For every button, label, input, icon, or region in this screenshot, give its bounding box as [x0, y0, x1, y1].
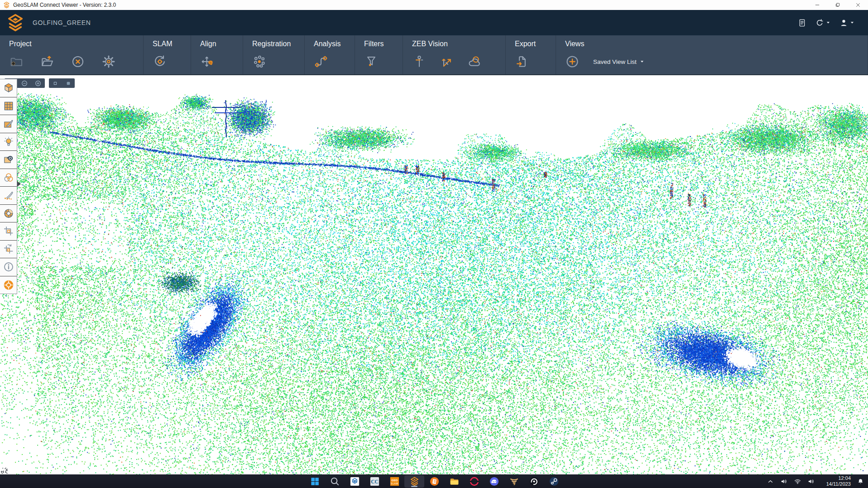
color-blend-icon [3, 172, 14, 184]
ribbon-section-project: Project [0, 35, 144, 74]
point-cloud-view[interactable] [0, 75, 868, 474]
maximize-icon [835, 2, 840, 8]
slam-processing-button[interactable] [153, 54, 167, 69]
tornado-taskbar-button[interactable] [504, 475, 524, 488]
news-icon [429, 476, 440, 487]
colorize-tool-button[interactable] [0, 115, 17, 133]
color-wheel-tool-button[interactable] [0, 205, 17, 223]
tray-chevron-icon[interactable] [767, 478, 774, 485]
search-taskbar-button[interactable] [325, 475, 345, 488]
headset-icon[interactable] [780, 478, 788, 485]
grid-tool-button[interactable] [0, 97, 17, 116]
close-icon [855, 2, 861, 8]
color-blend-tool-button[interactable] [0, 169, 17, 187]
sketchup-taskbar-button[interactable] [345, 475, 364, 488]
ribbon-section-label: Analysis [314, 40, 355, 48]
close-project-button[interactable] [71, 54, 85, 69]
opera-gx-icon [469, 476, 480, 487]
align-button[interactable] [200, 54, 215, 69]
file-explorer-taskbar-button[interactable] [444, 475, 464, 488]
title-bar: GeoSLAM Connect Viewer - Version: 2.3.0 [0, 0, 868, 10]
ribbon-section-label: Align [200, 40, 243, 48]
geoslam-connect-taskbar-button[interactable] [404, 475, 424, 488]
opera-gx-taskbar-button[interactable] [464, 475, 484, 488]
zeb-pole-button[interactable] [412, 54, 427, 69]
open-project-button[interactable] [40, 54, 54, 69]
steam-icon [549, 476, 559, 487]
grid-icon [3, 100, 14, 112]
svg-text:CC: CC [371, 478, 379, 484]
zoom-in-button[interactable] [32, 79, 44, 87]
crop-tool-button[interactable] [0, 222, 17, 241]
minimize-window-button[interactable] [807, 0, 827, 10]
crop-rotate-icon [3, 243, 14, 255]
brush-select-tool-button[interactable] [0, 187, 17, 205]
zeb-cloud-icon [467, 54, 482, 69]
lighting-tool-button[interactable] [0, 133, 17, 151]
discord-taskbar-button[interactable] [484, 475, 504, 488]
steam-taskbar-button[interactable] [544, 475, 564, 488]
caret-down-icon [850, 20, 854, 25]
ribbon-menu: ProjectSLAMAlignRegistrationAnalysisFilt… [0, 35, 868, 75]
news-taskbar-button[interactable] [424, 475, 444, 488]
ribbon-section-registration: Registration [243, 35, 305, 74]
wifi-icon[interactable] [794, 478, 801, 485]
geoslam-hub-icon: GEOSLAM [389, 476, 400, 487]
viewer-tool-sidebar [0, 79, 17, 294]
close-window-button[interactable] [848, 0, 868, 10]
sidebar-expand-arrow-icon[interactable] [17, 181, 21, 187]
caret-down-icon [640, 59, 644, 64]
zeb-trajectory-button[interactable] [440, 54, 454, 69]
project-name: GOLFING_GREEN [33, 19, 91, 26]
view-cube-tool-button[interactable] [0, 79, 17, 97]
add-view-icon [565, 54, 580, 69]
colorize-icon [3, 118, 14, 130]
registration-button[interactable] [252, 54, 267, 69]
header-actions [798, 19, 854, 27]
discord-icon [489, 476, 499, 487]
start-taskbar-button[interactable] [305, 475, 325, 488]
point-size-small-button[interactable] [49, 79, 61, 87]
origin-tool-button[interactable] [0, 276, 17, 294]
snapshot-tool-button[interactable] [0, 151, 17, 169]
tray-clock[interactable]: 12:0414/11/2023 [821, 475, 851, 487]
export-icon [515, 54, 529, 69]
ubisoft-connect-taskbar-button[interactable] [524, 475, 544, 488]
minimize-icon [815, 2, 820, 8]
filters-button[interactable] [364, 54, 379, 69]
export-button[interactable] [515, 54, 529, 69]
volume-icon[interactable] [807, 478, 815, 485]
ribbon-section-slam: SLAM [144, 35, 191, 74]
history-icon [815, 19, 824, 27]
ribbon-section-filters: Filters [355, 35, 403, 74]
history-menu-button[interactable] [815, 19, 830, 27]
user-menu-button[interactable] [839, 19, 854, 27]
crop-rotate-tool-button[interactable] [0, 241, 17, 259]
cloudcompare-taskbar-button[interactable]: CC [364, 475, 384, 488]
info-tool-button[interactable] [0, 258, 17, 276]
add-view-button[interactable] [565, 54, 580, 69]
zeb-cloud-button[interactable] [467, 54, 482, 69]
report-menu-button[interactable] [798, 19, 806, 27]
point-size-large-icon [65, 80, 72, 87]
maximize-window-button[interactable] [827, 0, 848, 10]
cloudcompare-icon: CC [369, 476, 380, 487]
saved-view-list-dropdown[interactable]: Saved View List [593, 58, 644, 65]
caret-down-icon [826, 20, 830, 25]
geoslam-connect-icon [409, 476, 420, 487]
zoom-in-icon [34, 80, 42, 87]
search-icon [330, 476, 340, 487]
settings-button[interactable] [101, 54, 116, 69]
snapshot-icon [3, 154, 14, 165]
zoom-out-button[interactable] [19, 79, 30, 87]
report-icon [798, 19, 806, 27]
geoslam-logo-icon [6, 13, 24, 32]
orientation-gizmo[interactable]: Y X Z Z X Y [743, 343, 868, 488]
color-wheel-icon [3, 208, 14, 219]
analysis-button[interactable] [314, 54, 328, 69]
notification-bell-icon[interactable] [857, 478, 864, 485]
window-title: GeoSLAM Connect Viewer - Version: 2.3.0 [13, 2, 116, 8]
new-project-button[interactable] [9, 54, 24, 69]
point-size-large-button[interactable] [62, 79, 74, 87]
geoslam-hub-taskbar-button[interactable]: GEOSLAM [384, 475, 404, 488]
